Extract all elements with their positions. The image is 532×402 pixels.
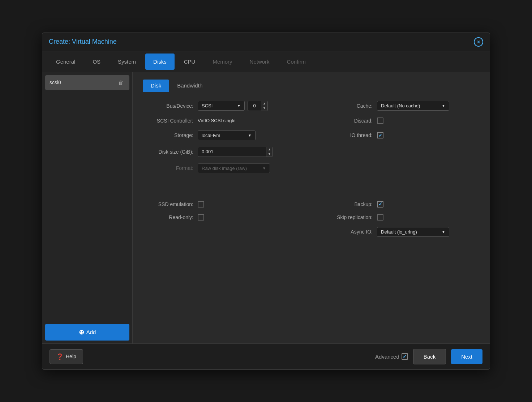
async-io-row: Async IO: Default (io_uring) ▼ [322,227,480,237]
async-io-value: Default (io_uring) [381,229,417,235]
delete-disk-button[interactable]: 🗑 [117,79,125,86]
sidebar-item-scsi0[interactable]: scsi0 🗑 [45,75,129,90]
tab-general[interactable]: General [48,54,83,70]
skip-replication-control [377,214,480,221]
io-thread-label: IO thread: [322,132,373,138]
async-io-select[interactable]: Default (io_uring) ▼ [377,227,449,237]
skip-replication-label: Skip replication: [322,214,373,220]
backup-row: Backup: [322,201,480,208]
help-icon: ❓ [56,353,64,360]
format-label: Format: [143,165,193,171]
bus-device-control: SCSI ▼ 0 ▲ ▼ [198,101,300,111]
scsi-controller-value: VirtIO SCSI single [198,118,236,123]
bus-value: SCSI [202,103,213,108]
cache-value: Default (No cache) [381,103,420,108]
discard-label: Discard: [322,118,373,124]
content-area: Disk Bandwidth Bus/Device: SCSI ▼ 0 [133,72,490,343]
tab-system[interactable]: System [110,54,144,70]
disk-size-spinner[interactable]: ▲ ▼ [198,147,273,157]
sub-tab-bandwidth[interactable]: Bandwidth [169,80,210,92]
read-only-label: Read-only: [143,214,193,220]
dialog-title: Create: Virtual Machine [49,38,117,46]
storage-control: local-lvm ▼ [198,131,300,140]
format-select: Raw disk image (raw) ▼ [198,163,270,173]
ssd-emulation-row: SSD emulation: [143,201,300,208]
disk-size-row: Disk size (GiB): ▲ ▼ [143,147,300,157]
cache-chevron-icon: ▼ [442,104,445,108]
format-control: Raw disk image (raw) ▼ [198,163,300,173]
tab-os[interactable]: OS [85,54,108,70]
scsi-controller-label: SCSI Controller: [143,118,193,124]
spinner-down[interactable]: ▼ [261,106,267,111]
help-button[interactable]: ❓ Help [50,349,83,364]
disk-size-input[interactable] [198,147,266,156]
storage-value: local-lvm [202,133,220,138]
disk-size-up[interactable]: ▲ [266,147,273,152]
help-label: Help [66,354,76,359]
read-only-checkbox[interactable] [198,214,204,221]
storage-chevron-icon: ▼ [248,133,252,137]
bus-select[interactable]: SCSI ▼ [198,101,245,111]
backup-checkbox[interactable] [377,201,383,208]
cache-select[interactable]: Default (No cache) ▼ [377,101,449,111]
discard-control [377,117,480,124]
create-vm-dialog: Create: Virtual Machine × General OS Sys… [42,33,490,370]
async-io-label: Async IO: [322,229,373,235]
add-icon: ⊕ [79,328,84,336]
spinner-arrows: ▲ ▼ [261,101,267,111]
discard-checkbox[interactable] [377,117,383,124]
advanced-section: Advanced [375,353,408,360]
storage-label: Storage: [143,132,193,138]
empty-cell-2 [322,163,480,173]
cache-label: Cache: [322,103,373,109]
back-button[interactable]: Back [413,349,446,364]
tab-cpu[interactable]: CPU [176,54,203,70]
tab-confirm: Confirm [279,54,314,70]
footer-right: Advanced Back Next [375,349,482,364]
ssd-emulation-label: SSD emulation: [143,201,193,207]
backup-control [377,201,480,208]
disk-size-arrows: ▲ ▼ [266,147,273,157]
add-disk-button[interactable]: ⊕ Add [45,324,129,341]
backup-label: Backup: [322,201,373,207]
scsi-controller-row: SCSI Controller: VirtIO SCSI single [143,117,300,124]
advanced-checkbox[interactable] [402,353,408,360]
next-button[interactable]: Next [451,349,482,364]
disk-size-control: ▲ ▼ [198,147,300,157]
io-thread-checkbox[interactable] [377,132,383,138]
device-number: 0 [248,101,261,110]
read-only-control [198,214,300,221]
disk-form: Bus/Device: SCSI ▼ 0 ▲ ▼ [143,101,480,237]
sidebar-item-label: scsi0 [50,80,61,85]
device-number-spinner[interactable]: 0 ▲ ▼ [248,101,268,111]
bus-device-label: Bus/Device: [143,103,193,109]
tab-memory: Memory [205,54,240,70]
storage-select[interactable]: local-lvm ▼ [198,131,256,140]
tab-network: Network [242,54,278,70]
storage-row: Storage: local-lvm ▼ [143,131,300,140]
add-label: Add [86,329,96,335]
close-button[interactable]: × [474,37,483,47]
dialog-body: scsi0 🗑 ⊕ Add Disk Bandwidth Bus/Device: [42,72,490,343]
section-divider [143,187,480,187]
io-thread-row: IO thread: [322,131,480,140]
bus-device-row: Bus/Device: SCSI ▼ 0 ▲ ▼ [143,101,300,111]
format-row: Format: Raw disk image (raw) ▼ [143,163,300,173]
skip-replication-checkbox[interactable] [377,214,383,221]
ssd-emulation-control [198,201,300,208]
ssd-emulation-checkbox[interactable] [198,201,204,208]
io-thread-control [377,132,480,138]
tab-disks[interactable]: Disks [145,54,175,70]
async-io-control: Default (io_uring) ▼ [377,227,480,237]
sub-tab-disk[interactable]: Disk [143,80,169,92]
cache-row: Cache: Default (No cache) ▼ [322,101,480,111]
bus-chevron-icon: ▼ [237,104,241,108]
disk-size-down[interactable]: ▼ [266,152,273,157]
sidebar: scsi0 🗑 ⊕ Add [42,72,133,343]
sub-tabs: Disk Bandwidth [143,80,480,92]
format-chevron-icon: ▼ [262,166,266,170]
read-only-row: Read-only: [143,214,300,221]
spinner-up[interactable]: ▲ [261,101,267,106]
empty-cell-1 [322,147,480,157]
scsi-controller-control: VirtIO SCSI single [198,118,300,123]
